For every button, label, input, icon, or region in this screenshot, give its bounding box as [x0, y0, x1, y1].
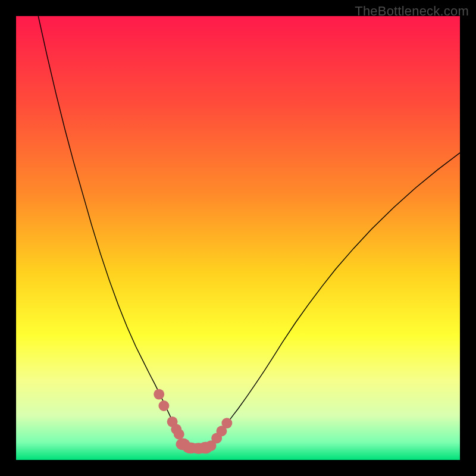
marker-dot [174, 429, 184, 440]
watermark-text: TheBottleneck.com [355, 4, 469, 19]
marker-dot [158, 400, 169, 411]
gradient-background [16, 16, 460, 460]
marker-dot [154, 389, 164, 400]
outer-frame: TheBottleneck.com [0, 0, 476, 476]
chart-canvas [16, 16, 460, 460]
marker-dot [221, 418, 232, 428]
